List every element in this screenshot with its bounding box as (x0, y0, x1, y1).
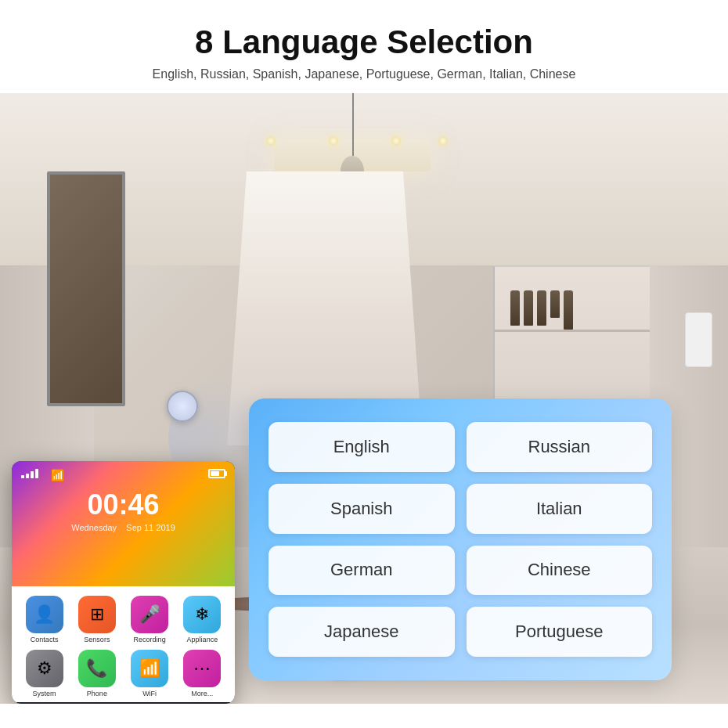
signal-bar-4 (35, 469, 38, 478)
language-panel: English Russian Spanish Italian German C… (249, 398, 672, 680)
contacts-icon[interactable]: 👤 (26, 596, 63, 633)
bottle-4 (550, 290, 560, 318)
app-item-appliance[interactable]: ❄ Appliance (179, 596, 225, 643)
recording-label: Recording (134, 636, 166, 643)
signal-bar-3 (31, 471, 34, 478)
lang-btn-russian[interactable]: Russian (467, 422, 653, 472)
phone-label: Phone (87, 690, 107, 697)
bottle-1 (510, 290, 520, 326)
app-grid: 👤 Contacts ⊞ Sensors 🎤 Recording ❄ Appli… (12, 586, 235, 702)
page-title: 8 Language Selection (16, 23, 712, 61)
page-header: 8 Language Selection English, Russian, S… (0, 0, 728, 93)
app-item-sensors[interactable]: ⊞ Sensors (74, 596, 120, 643)
lang-btn-japanese[interactable]: Japanese (268, 607, 455, 657)
pendant-cable (352, 93, 354, 156)
bottle-3 (537, 290, 546, 326)
more-label: More... (191, 690, 213, 697)
smart-display: 📶 00:46 Wednesday Sep 11 2019 👤 Conta (12, 461, 235, 704)
room-background: 📶 00:46 Wednesday Sep 11 2019 👤 Conta (0, 93, 728, 704)
app-item-phone[interactable]: 📞 Phone (74, 650, 120, 697)
sensors-icon[interactable]: ⊞ (78, 596, 116, 633)
lang-btn-spanish[interactable]: Spanish (268, 484, 455, 534)
downlight-2 (329, 136, 338, 146)
signal-bar-2 (26, 474, 29, 478)
contacts-label: Contacts (31, 636, 59, 643)
phone-icon[interactable]: 📞 (78, 650, 116, 687)
smart-device (167, 391, 198, 422)
cabinet-shelf-1 (495, 330, 650, 332)
downlight-3 (391, 136, 401, 146)
battery-fill (211, 471, 219, 476)
downlight-4 (438, 136, 448, 146)
bottle-5 (564, 290, 573, 330)
signal-bars (21, 469, 38, 478)
appliance-icon[interactable]: ❄ (183, 596, 221, 633)
phone-screen: 📶 00:46 Wednesday Sep 11 2019 👤 Conta (12, 461, 235, 704)
app-item-system[interactable]: ⚙ System (21, 650, 67, 697)
app-item-recording[interactable]: 🎤 Recording (127, 596, 173, 643)
wifi-label: WiFi (142, 690, 157, 697)
battery-indicator (208, 469, 225, 478)
door-frame (47, 171, 125, 406)
lang-btn-english[interactable]: English (268, 422, 455, 472)
lang-btn-italian[interactable]: Italian (467, 484, 653, 534)
battery-tip (225, 471, 227, 476)
lang-btn-portuguese[interactable]: Portuguese (467, 607, 653, 657)
bottle-2 (524, 290, 533, 326)
more-icon[interactable]: ⋯ (183, 650, 221, 687)
recording-icon[interactable]: 🎤 (131, 596, 168, 633)
bottles (510, 290, 573, 330)
system-icon[interactable]: ⚙ (26, 650, 63, 687)
app-item-contacts[interactable]: 👤 Contacts (21, 596, 67, 643)
system-label: System (33, 690, 56, 697)
wifi-icon: 📶 (51, 469, 64, 481)
phone-time: 00:46 (21, 488, 225, 521)
sensors-label: Sensors (84, 636, 110, 643)
signal-bar-1 (21, 475, 24, 478)
wifi-app-icon[interactable]: 📶 (131, 650, 168, 687)
lang-btn-german[interactable]: German (268, 546, 455, 596)
subtitle: English, Russian, Spanish, Japanese, Por… (16, 67, 712, 81)
phone-top-area: 📶 00:46 Wednesday Sep 11 2019 (12, 461, 235, 586)
lang-btn-chinese[interactable]: Chinese (467, 546, 653, 596)
app-item-more[interactable]: ⋯ More... (179, 650, 225, 697)
phone-date-line1: Wednesday Sep 11 2019 (21, 523, 225, 532)
app-item-wifi[interactable]: 📶 WiFi (127, 650, 173, 697)
right-wall-panel (685, 312, 712, 367)
appliance-label: Appliance (187, 636, 218, 643)
downlight-1 (266, 136, 276, 146)
